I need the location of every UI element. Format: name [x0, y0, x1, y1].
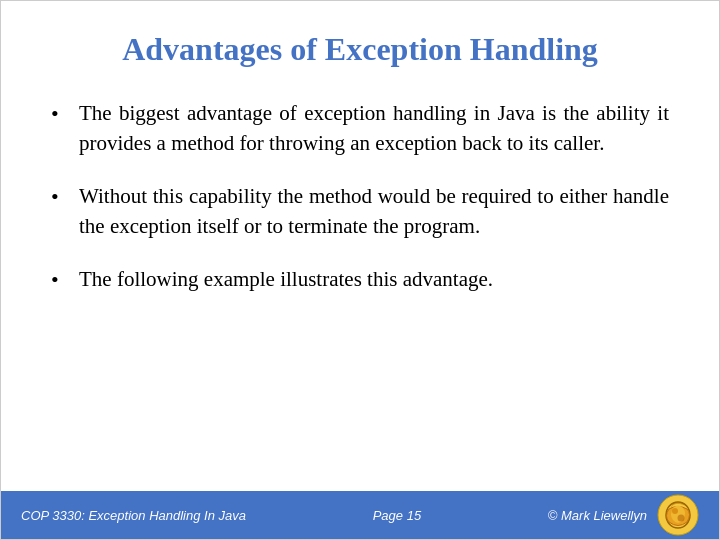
slide-content: Advantages of Exception Handling • The b…	[1, 1, 719, 491]
list-item: • The following example illustrates this…	[51, 264, 669, 296]
footer-copyright: © Mark Liewellyn	[548, 508, 647, 523]
slide-footer: COP 3330: Exception Handling In Java Pag…	[1, 491, 719, 539]
list-item: • Without this capability the method wou…	[51, 181, 669, 242]
bullet-dot: •	[51, 98, 79, 130]
list-item: • The biggest advantage of exception han…	[51, 98, 669, 159]
slide-title: Advantages of Exception Handling	[51, 31, 669, 68]
bullet-text: The biggest advantage of exception handl…	[79, 98, 669, 159]
footer-right-group: © Mark Liewellyn	[548, 494, 699, 536]
bullet-text: The following example illustrates this a…	[79, 264, 669, 294]
footer-logo	[657, 494, 699, 536]
bullet-list: • The biggest advantage of exception han…	[51, 98, 669, 471]
slide: Advantages of Exception Handling • The b…	[0, 0, 720, 540]
svg-point-3	[677, 515, 684, 522]
svg-point-2	[672, 508, 678, 514]
bullet-text: Without this capability the method would…	[79, 181, 669, 242]
bullet-dot: •	[51, 264, 79, 296]
bullet-dot: •	[51, 181, 79, 213]
footer-page: Page 15	[373, 508, 421, 523]
footer-course: COP 3330: Exception Handling In Java	[21, 508, 246, 523]
